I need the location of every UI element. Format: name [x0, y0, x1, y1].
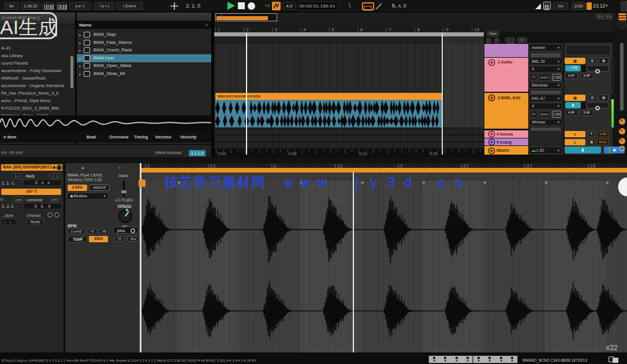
svg-text:7: 7 — [389, 27, 391, 32]
svg-text:2: 2 — [246, 27, 249, 32]
svg-text:5: 5 — [332, 27, 335, 32]
svg-text:9: 9 — [446, 27, 449, 32]
svg-text:6: 6 — [360, 27, 363, 32]
svg-text:0:00: 0:00 — [218, 152, 226, 156]
svg-text:1: 1 — [218, 27, 221, 32]
svg-text:4: 4 — [303, 27, 306, 32]
svg-text:3: 3 — [275, 27, 278, 32]
svg-text:1.2.2: 1.2.2 — [207, 164, 216, 168]
svg-text:1.2.8: 1.2.8 — [587, 164, 596, 168]
svg-text:1.2.2: 1.2.2 — [460, 164, 469, 168]
svg-text:0:15: 0:15 — [430, 152, 438, 156]
svg-text:1.3: 1.3 — [271, 164, 276, 168]
svg-text:1.2: 1.2 — [144, 164, 150, 168]
svg-text:10: 10 — [475, 27, 480, 32]
svg-text:0:05: 0:05 — [289, 152, 297, 156]
svg-text:1.3.3: 1.3.3 — [524, 164, 532, 168]
svg-text:1.3: 1.3 — [397, 164, 402, 168]
svg-text:8: 8 — [417, 27, 420, 32]
svg-text:0:10: 0:10 — [359, 152, 367, 156]
svg-text:1.3.2: 1.3.2 — [334, 164, 343, 168]
